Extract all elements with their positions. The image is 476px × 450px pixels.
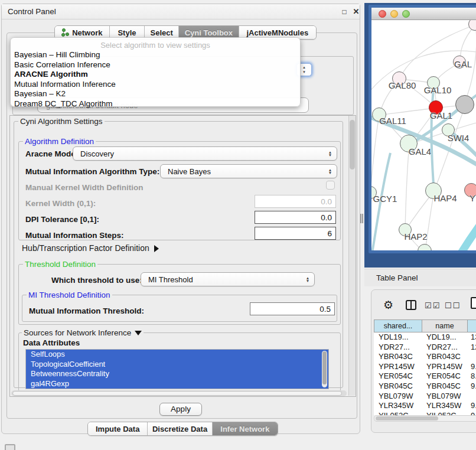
document-icon[interactable] [471, 297, 476, 309]
tab-infer-network[interactable]: Infer Network [213, 422, 278, 435]
apply-button[interactable]: Apply [159, 403, 202, 416]
algorithm-dropdown-placeholder: Select algorithm to view settings [11, 41, 300, 50]
column-header-shared-name[interactable]: shared... [374, 319, 422, 332]
mi-threshold-title: MI Threshold Definition [27, 291, 112, 299]
table-panel-title: Table Panel [376, 273, 418, 282]
algorithm-option-basic-correlation[interactable]: Basic Correlation Inference [14, 60, 292, 70]
sources-toggle[interactable]: Sources for Network Inference [22, 328, 144, 337]
aracne-mode-combo[interactable]: Discovery ▲▼ [73, 146, 337, 161]
select-all-checkboxes-icon[interactable]: ☑☑ [425, 301, 441, 310]
float-window-icon[interactable]: □ [340, 7, 349, 17]
algorithm-option-bayesian-k2[interactable]: Bayesian – K2 [14, 89, 292, 99]
cell-shared: YBL079W [379, 392, 420, 402]
algorithm-option-bayesian-hill-climbing[interactable]: Bayesian – Hill Climbing [14, 50, 292, 60]
mi-threshold-label: Mutual Information Threshold: [29, 306, 144, 315]
manual-kernel-width-checkbox[interactable] [326, 181, 335, 190]
bottom-tab-bar: Impute Data Discretize Data Infer Networ… [87, 422, 278, 436]
node-label-gal10: GAL10 [424, 85, 452, 95]
mi-steps-input[interactable]: 6 [255, 227, 336, 240]
cyni-algorithm-settings-title: Cyni Algorithm Settings [18, 117, 105, 126]
cell-name: YDL19... [426, 332, 465, 343]
kernel-width-input[interactable]: 0.0 [255, 195, 336, 208]
dpi-tolerance-input[interactable]: 0.0 [255, 211, 336, 224]
attributes-scrollbar[interactable] [322, 351, 327, 387]
collapsed-arrow-icon [154, 245, 159, 252]
table-row[interactable]: YBL079W YBL079W [374, 392, 476, 402]
column-header-name[interactable]: name [422, 319, 468, 332]
algorithm-option-aracne[interactable]: ARACNE Algorithm [14, 70, 292, 80]
attribute-item-selfloops[interactable]: SelfLoops [26, 350, 328, 360]
table-row[interactable]: YLR345W YLR345W 9. [374, 401, 476, 411]
cell-value [471, 392, 476, 402]
minimize-traffic-light[interactable] [390, 10, 398, 18]
attribute-item-gal4rgexp[interactable]: gal4RGexp [26, 379, 328, 389]
manual-kernel-width-label: Manual Kernel Width Definition [25, 183, 143, 192]
cell-name: YIL052C [426, 411, 465, 415]
tab-cyni-toolbox-label: Cyni Toolbox [185, 28, 233, 37]
hub-definition-label: Hub/Transcription Factor Definition [22, 243, 149, 253]
settings-vertical-scrollbar-thumb[interactable] [350, 120, 355, 169]
network-view-window[interactable]: GAL GAL80 GAL10 GAL1 GAL11 SWI4 GAL4 GCY… [369, 5, 476, 253]
minimized-panel-icon[interactable] [5, 444, 15, 450]
table-row[interactable]: YER054C YER054C 8. [374, 371, 476, 381]
tab-impute-data-label: Impute Data [96, 425, 139, 433]
table-row[interactable]: YIL052C YIL052C 9 [374, 411, 476, 415]
table-panel-container: ⚙ ☑☑ ☐☐ shared... name A YDL19... YDL19.… [371, 289, 476, 433]
column-layout-icon[interactable] [406, 300, 416, 310]
which-threshold-combo[interactable]: MI Threshold ▲▼ [141, 272, 315, 286]
cell-shared: YER054C [379, 371, 420, 381]
node-label-gal: GAL [454, 59, 472, 69]
control-panel-titlebar[interactable]: Control Panel □ ✕ [2, 4, 360, 19]
table-row[interactable]: YPR145W YPR145W 9. [374, 362, 476, 372]
kernel-width-label: Kernel Width (0,1): [25, 199, 96, 208]
settings-horizontal-scrollbar-thumb[interactable] [12, 391, 342, 396]
algorithm-dropdown-popup: Select algorithm to view settings Bayesi… [10, 37, 301, 107]
tab-impute-data[interactable]: Impute Data [88, 422, 148, 435]
network-canvas[interactable]: GAL GAL80 GAL10 GAL1 GAL11 SWI4 GAL4 GCY… [371, 20, 476, 250]
network-icon [61, 28, 69, 37]
gear-icon[interactable]: ⚙ [383, 298, 393, 312]
cell-shared: YLR345W [379, 401, 420, 411]
network-window-titlebar[interactable] [371, 8, 476, 20]
cell-name: YPR145W [426, 362, 465, 372]
attributes-scrollbar-thumb[interactable] [322, 351, 327, 384]
zoom-traffic-light[interactable] [402, 10, 410, 18]
cell-name: YBR043C [426, 352, 465, 362]
node-label-gal11: GAL11 [379, 116, 406, 126]
deselect-all-checkboxes-icon[interactable]: ☐☐ [445, 301, 461, 310]
cell-name: YLR345W [426, 401, 465, 411]
table-panel-titlebar[interactable]: Table Panel [364, 269, 476, 286]
data-attributes-list[interactable]: SelfLoops TopologicalCoefficient Between… [25, 349, 329, 389]
threshold-definition-title: Threshold Definition [23, 260, 97, 269]
cell-value: 9. [471, 401, 476, 411]
node-label-swi4: SWI4 [448, 133, 470, 143]
table-horizontal-scrollbar-thumb[interactable] [376, 416, 438, 420]
attribute-item-topologicalcoefficient[interactable]: TopologicalCoefficient [26, 360, 328, 370]
combo-stepper-icon: ▲▼ [324, 147, 337, 160]
table-row[interactable]: YBR045C YBR045C 9. [374, 381, 476, 392]
attribute-item-betweennesscentrality[interactable]: BetweennessCentrality [26, 369, 328, 379]
algorithm-option-dream8[interactable]: Dream8 DC_TDC Algorithm [14, 99, 292, 109]
network-node-gray[interactable] [455, 95, 474, 114]
column-header-partial[interactable]: A [467, 319, 476, 332]
split-pane-divider[interactable] [360, 214, 363, 223]
tab-discretize-data[interactable]: Discretize Data [148, 422, 212, 435]
table-row[interactable]: YBR043C YBR043C [374, 352, 476, 362]
cell-value: 8. [471, 371, 476, 381]
settings-horizontal-scrollbar[interactable] [11, 390, 347, 396]
tab-infer-network-label: Infer Network [220, 425, 269, 433]
close-window-icon[interactable]: ✕ [351, 7, 361, 17]
aracne-mode-value: Discovery [73, 149, 324, 158]
node-label-gcy1: GCY1 [373, 194, 397, 204]
table-row[interactable]: YDR27... YDR27... 12 [374, 343, 476, 353]
close-traffic-light[interactable] [379, 10, 386, 18]
mi-algorithm-type-combo[interactable]: Naive Bayes ▲▼ [160, 164, 337, 178]
mi-threshold-input[interactable]: 0.5 [250, 302, 335, 315]
cell-name: YBR045C [426, 381, 465, 392]
cell-shared: YBR043C [379, 352, 420, 362]
table-horizontal-scrollbar[interactable] [374, 415, 476, 422]
mi-algorithm-type-value: Naive Bayes [161, 167, 324, 176]
algorithm-option-mutual-information[interactable]: Mutual Information Inference [14, 80, 292, 90]
hub-definition-toggle[interactable]: Hub/Transcription Factor Definition [22, 243, 159, 253]
table-row[interactable]: YDL19... YDL19... 13 [374, 332, 476, 343]
